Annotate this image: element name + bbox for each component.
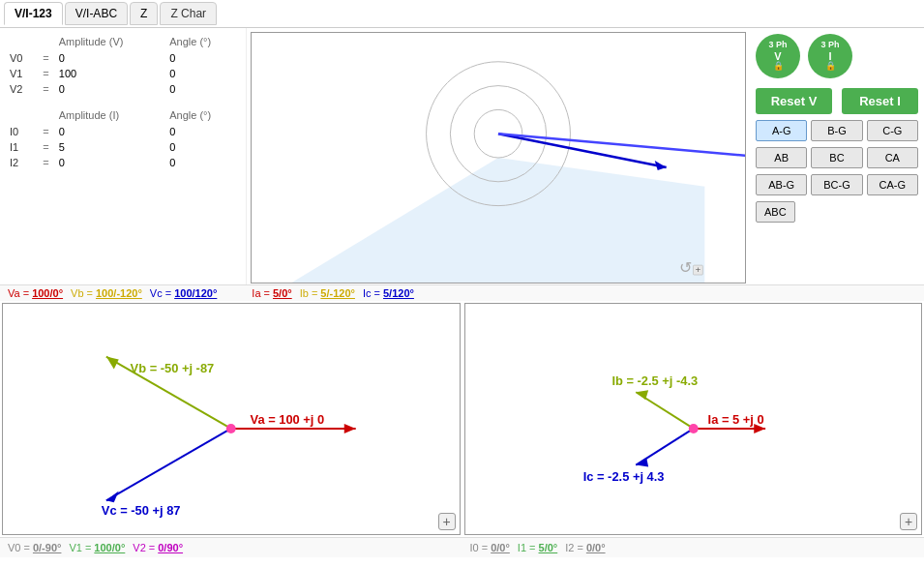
i1-bottom-value[interactable]: 5/0° — [539, 542, 558, 553]
ib-value[interactable]: 5/-120° — [320, 287, 355, 299]
btn-abc[interactable]: ABC — [756, 201, 795, 223]
main-phasor-diagram: ↺ + — [251, 32, 746, 284]
btn-ca[interactable]: CA — [867, 147, 918, 168]
v0-amplitude[interactable]: 0 — [55, 51, 164, 65]
v0-label: V0 — [6, 51, 37, 65]
vc-value[interactable]: 100/120° — [174, 287, 217, 299]
btn-bc[interactable]: BC — [811, 147, 862, 168]
btn-ab-g[interactable]: AB-G — [756, 174, 807, 195]
tab-z[interactable]: Z — [130, 2, 158, 25]
voltage-angle-header: Angle (°) — [165, 34, 240, 49]
v0-bottom-value[interactable]: 0/-90° — [33, 542, 61, 553]
i1-row: I1 = 5 0 — [6, 140, 240, 154]
left-bottom-panel: Vb = -50 +j -87 Va = 100 +j 0 Vc = -50 +… — [2, 303, 461, 535]
svg-marker-25 — [636, 458, 648, 467]
reset-phasor-icon[interactable]: ↺ — [679, 259, 692, 276]
tab-zchar[interactable]: Z Char — [160, 2, 217, 25]
ic-value[interactable]: 5/120° — [383, 287, 414, 299]
voltage-table: Amplitude (V) Angle (°) V0 = 0 0 V1 = 10… — [4, 32, 242, 171]
i1-angle[interactable]: 0 — [165, 140, 240, 154]
v1-amplitude[interactable]: 100 — [55, 67, 164, 80]
v0-status: V0 = 0/-90° — [8, 542, 61, 553]
va-value[interactable]: 100/0° — [32, 287, 63, 299]
ib-status: Ib = 5/-120° — [300, 287, 355, 299]
i2-amplitude[interactable]: 0 — [55, 156, 164, 169]
current-angle-header: Angle (°) — [165, 107, 240, 123]
v2-label: V2 — [6, 82, 37, 96]
phase-i-button[interactable]: 3 Ph I 🔒 — [808, 34, 852, 78]
svg-text:Vb = -50 +j -87: Vb = -50 +j -87 — [131, 361, 215, 375]
i2-row: I2 = 0 0 — [6, 156, 240, 169]
svg-text:Ic = -2.5 +j 4.3: Ic = -2.5 +j 4.3 — [582, 469, 664, 484]
i0-angle[interactable]: 0 — [165, 125, 240, 138]
v2-bottom-value[interactable]: 0/90° — [158, 542, 183, 553]
vc-status: Vc = 100/120° — [150, 287, 218, 299]
v1-label: V1 — [6, 67, 37, 80]
i0-row: I0 = 0 0 — [6, 125, 240, 138]
svg-point-16 — [226, 424, 236, 433]
phase-v-button[interactable]: 3 Ph V 🔒 — [756, 34, 800, 78]
svg-line-6 — [498, 134, 745, 167]
bottom-status-bar: V0 = 0/-90° V1 = 100/0° V2 = 0/90° I0 = … — [0, 537, 924, 557]
svg-marker-11 — [344, 424, 356, 433]
reset-i-button[interactable]: Reset I — [842, 88, 918, 114]
i1-amplitude[interactable]: 5 — [55, 140, 164, 154]
i1-status: I1 = 5/0° — [518, 542, 557, 553]
svg-point-26 — [688, 424, 698, 433]
vb-value[interactable]: 100/-120° — [96, 287, 142, 299]
v1-angle[interactable]: 0 — [165, 67, 240, 80]
svg-text:Ib = -2.5 +j -4.3: Ib = -2.5 +j -4.3 — [611, 373, 698, 388]
i0-label: I0 — [6, 125, 37, 138]
btn-a-g[interactable]: A-G — [756, 120, 807, 141]
left-phasor-svg: Vb = -50 +j -87 Va = 100 +j 0 Vc = -50 +… — [3, 304, 460, 534]
grid-buttons-row3: AB-G BC-G CA-G — [756, 174, 918, 195]
bottom-panels: Vb = -50 +j -87 Va = 100 +j 0 Vc = -50 +… — [0, 301, 924, 537]
right-bottom-panel: Ib = -2.5 +j -4.3 Ia = 5 +j 0 Ic = -2.5 … — [464, 303, 923, 535]
phase-buttons-row: 3 Ph V 🔒 3 Ph I 🔒 — [756, 34, 852, 78]
v2-status: V2 = 0/90° — [133, 542, 183, 553]
v2-angle[interactable]: 0 — [165, 82, 240, 96]
svg-marker-5 — [655, 161, 667, 170]
left-panel: Amplitude (V) Angle (°) V0 = 0 0 V1 = 10… — [0, 28, 247, 284]
btn-ca-g[interactable]: CA-G — [867, 174, 918, 195]
btn-b-g[interactable]: B-G — [811, 120, 862, 141]
v0-angle[interactable]: 0 — [165, 51, 240, 65]
svg-text:Vc = -50 +j 87: Vc = -50 +j 87 — [102, 503, 181, 518]
right-panel-plus-btn[interactable]: + — [900, 513, 917, 530]
i2-label: I2 — [6, 156, 37, 169]
btn-ab[interactable]: AB — [756, 147, 807, 168]
tab-vi123[interactable]: V/I-123 — [4, 2, 63, 25]
reset-row: Reset V Reset I — [756, 88, 918, 114]
tab-viabc[interactable]: V/I-ABC — [65, 2, 128, 25]
vb-status: Vb = 100/-120° — [71, 287, 142, 299]
svg-text:Ia = 5 +j 0: Ia = 5 +j 0 — [707, 412, 763, 427]
btn-c-g[interactable]: C-G — [867, 120, 918, 141]
right-controls: 3 Ph V 🔒 3 Ph I 🔒 Reset V Reset I A-G B-… — [750, 28, 924, 284]
i0-status: I0 = 0/0° — [470, 542, 510, 553]
current-amplitude-header: Amplitude (I) — [55, 107, 164, 123]
bottom-status-left: V0 = 0/-90° V1 = 100/0° V2 = 0/90° — [0, 540, 462, 555]
v1-row: V1 = 100 0 — [6, 67, 240, 80]
svg-marker-13 — [106, 357, 119, 370]
v0-row: V0 = 0 0 — [6, 51, 240, 65]
v1-bottom-value[interactable]: 100/0° — [94, 542, 125, 553]
abc-row: ABC — [756, 201, 795, 223]
grid-buttons-row1: A-G B-G C-G — [756, 120, 918, 141]
svg-line-14 — [106, 429, 231, 500]
i2-angle[interactable]: 0 — [165, 156, 240, 169]
top-status-bar: Va = 100/0° Vb = 100/-120° Vc = 100/120°… — [0, 284, 924, 301]
i0-bottom-value[interactable]: 0/0° — [491, 542, 510, 553]
v2-amplitude[interactable]: 0 — [55, 82, 164, 96]
grid-buttons-row2: AB BC CA — [756, 147, 918, 168]
svg-text:Va = 100 +j 0: Va = 100 +j 0 — [251, 412, 325, 427]
left-panel-plus-btn[interactable]: + — [438, 513, 456, 530]
main-phasor-svg: ↺ + — [252, 33, 745, 283]
i1-label: I1 — [6, 140, 37, 154]
i2-bottom-value[interactable]: 0/0° — [586, 542, 606, 553]
svg-text:+: + — [696, 264, 701, 275]
svg-marker-0 — [292, 158, 705, 283]
i0-amplitude[interactable]: 0 — [55, 125, 164, 138]
reset-v-button[interactable]: Reset V — [756, 88, 832, 114]
ia-value[interactable]: 5/0° — [273, 287, 292, 299]
btn-bc-g[interactable]: BC-G — [811, 174, 862, 195]
